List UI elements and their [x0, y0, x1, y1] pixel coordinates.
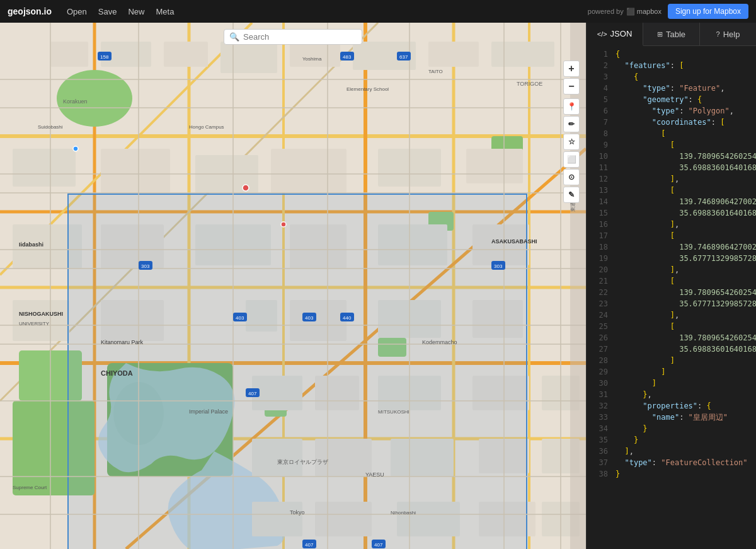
line-content: 35.67771329985728	[616, 253, 756, 264]
circle-button[interactable]: ⊙	[563, 169, 580, 185]
code-line: 31 },	[587, 389, 756, 400]
draw-pencil-button[interactable]: ✏	[563, 116, 580, 132]
svg-rect-28	[290, 42, 340, 67]
geolocate-button[interactable]: 📍	[563, 98, 580, 115]
svg-point-129	[73, 146, 78, 151]
line-content: ]	[616, 378, 656, 389]
line-content: "geometry": {	[616, 94, 702, 105]
tab-table[interactable]: ⊞ Table	[643, 23, 700, 45]
line-content: ]	[616, 355, 675, 366]
code-line: 15 35.698836016401685	[587, 207, 756, 219]
svg-rect-30	[428, 42, 479, 67]
svg-rect-37	[466, 149, 523, 183]
svg-text:NISHOGAKUSHI: NISHOGAKUSHI	[19, 311, 63, 317]
svg-text:Kitanomaru Park: Kitanomaru Park	[101, 339, 144, 345]
code-line: 34 }	[587, 423, 756, 434]
main-content: 🔍	[0, 23, 756, 549]
line-number: 12	[592, 173, 608, 185]
line-number: 32	[592, 400, 608, 412]
line-number: 31	[592, 389, 608, 400]
code-line: 19 35.67771329985728	[587, 253, 756, 264]
edit-button[interactable]: ✎	[563, 187, 580, 203]
code-line: 8 [	[587, 128, 756, 139]
line-number: 13	[592, 185, 608, 196]
zoom-in-button[interactable]: +	[563, 61, 580, 77]
line-content: }	[616, 468, 620, 480]
line-number: 29	[592, 366, 608, 378]
code-line: 26 139.7809654260254,	[587, 332, 756, 344]
svg-text:Kodemmacho: Kodemmacho	[422, 339, 457, 345]
code-editor[interactable]: 1{2 "features": [3 {4 "type": "Feature",…	[587, 46, 756, 549]
line-number: 9	[592, 139, 608, 151]
square-button[interactable]: ⬜	[563, 151, 580, 168]
tab-json[interactable]: </> JSON	[587, 23, 643, 46]
code-line: 33 "name": "皇居周辺"	[587, 412, 756, 423]
code-line: 29 ]	[587, 366, 756, 378]
svg-point-127	[243, 185, 249, 191]
line-content: },	[616, 389, 652, 400]
line-content: [	[616, 275, 675, 287]
line-content: }	[616, 434, 638, 446]
line-number: 33	[592, 412, 608, 423]
nav-open[interactable]: Open	[62, 4, 92, 19]
line-number: 27	[592, 344, 608, 355]
line-number: 15	[592, 207, 608, 219]
json-tab-icon: </>	[597, 30, 607, 38]
svg-text:Tokyo: Tokyo	[290, 509, 305, 516]
code-line: 20 ],	[587, 264, 756, 275]
code-line: 35 }	[587, 434, 756, 446]
svg-text:158: 158	[100, 54, 109, 60]
map-container[interactable]: 🔍	[0, 23, 586, 549]
line-content: ]	[616, 366, 665, 378]
nav-meta[interactable]: Meta	[151, 4, 179, 19]
nav-new[interactable]: New	[123, 4, 149, 19]
line-content: 139.7809654260254,	[616, 287, 756, 298]
tab-help[interactable]: ? Help	[700, 23, 756, 45]
nav-save[interactable]: Save	[93, 4, 122, 19]
code-line: 25 [	[587, 321, 756, 332]
svg-text:東京ロイヤルプラザ: 東京ロイヤルプラザ	[277, 459, 328, 465]
code-line: 18 139.7468906427002,	[587, 241, 756, 253]
code-line: 23 35.67771329985728	[587, 298, 756, 309]
code-line: 5 "geometry": {	[587, 94, 756, 105]
svg-rect-33	[101, 149, 170, 193]
mapbox-logo: ⬛ mapbox	[626, 8, 662, 16]
svg-text:UNIVERSITY: UNIVERSITY	[19, 321, 50, 327]
svg-text:YAESU: YAESU	[365, 471, 384, 478]
line-content: "type": "Feature",	[616, 83, 724, 94]
line-number: 36	[592, 446, 608, 457]
svg-text:CHIYODA: CHIYODA	[101, 369, 133, 377]
svg-text:403: 403	[236, 315, 244, 321]
code-line: 21 [	[587, 275, 756, 287]
svg-rect-35	[271, 149, 346, 193]
code-line: 11 35.698836016401685	[587, 162, 756, 173]
signup-button[interactable]: Sign up for Mapbox	[668, 4, 748, 19]
line-number: 37	[592, 457, 608, 468]
line-content: "type": "FeatureCollection"	[616, 457, 748, 468]
line-number: 20	[592, 264, 608, 275]
line-number: 34	[592, 423, 608, 434]
line-number: 3	[592, 71, 608, 83]
line-content: [	[616, 230, 675, 241]
nav-menu: Open Save New Meta	[62, 4, 179, 19]
topbar: geojson.io Open Save New Meta powered by…	[0, 0, 756, 23]
search-input[interactable]	[243, 32, 357, 42]
line-content: ],	[616, 219, 679, 230]
line-content: 35.698836016401685	[616, 344, 756, 355]
code-line: 17 [	[587, 230, 756, 241]
svg-text:403: 403	[305, 315, 314, 321]
line-number: 19	[592, 253, 608, 264]
line-content: }	[616, 423, 648, 434]
line-content: ],	[616, 173, 679, 185]
line-number: 21	[592, 275, 608, 287]
code-line: 7 "coordinates": [	[587, 117, 756, 128]
code-line: 13 [	[587, 185, 756, 196]
powered-by-label: powered by ⬛ mapbox	[588, 8, 662, 16]
svg-rect-65	[68, 194, 527, 549]
line-number: 1	[592, 49, 608, 60]
star-button[interactable]: ☆	[563, 134, 580, 150]
zoom-out-button[interactable]: −	[563, 78, 580, 95]
svg-text:483: 483	[343, 54, 352, 60]
code-line: 37 "type": "FeatureCollection"	[587, 457, 756, 468]
svg-text:303: 303	[141, 263, 150, 269]
